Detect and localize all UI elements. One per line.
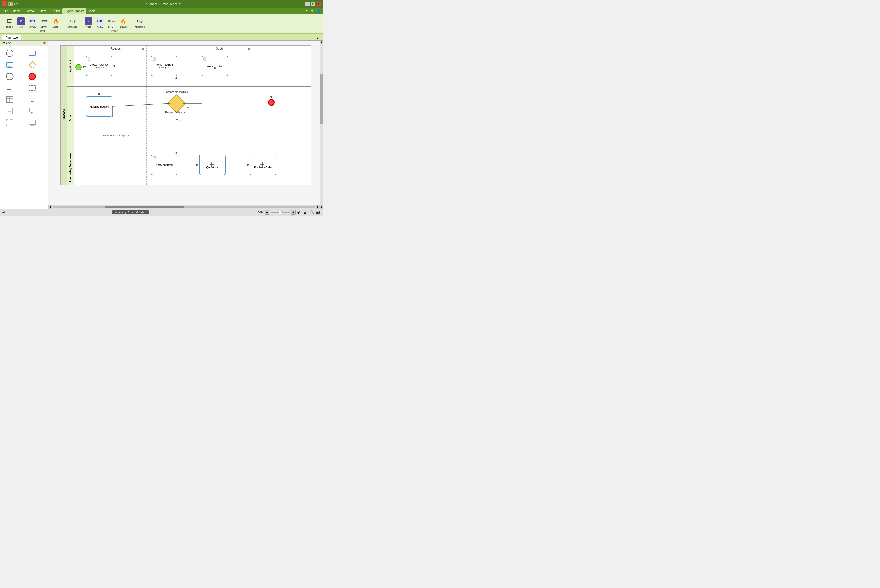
xpdl-export-btn[interactable]: XPDL XPDL [27, 16, 37, 29]
svg-rect-2 [6, 63, 13, 67]
save-btn[interactable]: 💾 [8, 2, 13, 6]
menu-file[interactable]: File [1, 9, 10, 14]
visio-export-btn[interactable]: V Visio [16, 16, 26, 29]
task-notify-approval[interactable]: 📋 Notify approval [151, 154, 177, 175]
vscroll-up[interactable]: ▲ [320, 40, 323, 44]
lane-applicant-text: Applicant [69, 60, 72, 72]
palette-end-event[interactable] [25, 72, 39, 81]
undo-btn[interactable]: ↩ [14, 2, 17, 6]
task-create-purchase[interactable]: 📋 Create Purchase Request [86, 56, 112, 76]
scroll-left-btn[interactable]: ◀ [2, 211, 4, 214]
help-chevron[interactable]: ∧ [304, 9, 309, 13]
hscroll-left[interactable]: ◀ [48, 205, 52, 209]
zoom-fit-btn[interactable]: ⊙ [297, 210, 302, 215]
toolbar-sep1 [63, 17, 63, 29]
menubar: File Home Format View Publish Export / I… [0, 8, 323, 15]
hscroll[interactable]: ◀ ▶ [48, 205, 320, 208]
bpmn-import-icon: BPMN [108, 17, 115, 25]
palette-dashed-rect[interactable] [25, 83, 39, 93]
task-quotations[interactable]: ➕ Quotations [199, 154, 226, 175]
credit-text: Image by: Bizagi Modeler [112, 210, 149, 214]
titlebar: B 💾 ↩ ↪ Purchase - Bizagi Modeler − □ × [0, 0, 323, 8]
palette-note[interactable] [2, 106, 17, 116]
grid-btn[interactable]: ⊞ [303, 210, 308, 215]
task-notify-rejection[interactable]: 📋 Notify rejection [202, 56, 228, 76]
palette-document[interactable] [25, 95, 39, 104]
task-authorize-request[interactable]: Authorize Request [86, 96, 112, 117]
zoom-thumb[interactable] [279, 211, 282, 214]
xpdl-import-icon: XPDL [96, 17, 104, 25]
settings-icon[interactable]: ⚙ [309, 9, 315, 13]
vscroll-down[interactable]: ▼ [320, 205, 323, 208]
tabbar: Purchase ∨ [0, 34, 323, 40]
bizagi-import-btn[interactable]: 🔥 Bizagi [118, 16, 128, 29]
col-request-arrow: ▶ [142, 46, 145, 51]
palette-monitor[interactable] [25, 118, 39, 128]
hscroll-track[interactable] [52, 206, 315, 208]
col-quote-arrow: ▶ [248, 46, 251, 51]
task-purchase-order[interactable]: ➕ Purchase Order [250, 154, 276, 175]
bizagi-export-icon: 🔥 [52, 17, 60, 25]
attributes-import-btn[interactable]: ⬆📊 Attributes [133, 16, 146, 29]
bpmn-import-btn[interactable]: BPMN BPMN [106, 16, 117, 29]
menu-view[interactable]: View [37, 9, 48, 14]
visio-import-icon: V [85, 17, 92, 25]
palette-table[interactable] [2, 95, 17, 104]
window-title: Purchase - Bizagi Modeler [21, 2, 305, 6]
user-icon[interactable]: 👤 [315, 9, 322, 13]
col-divider [146, 46, 147, 185]
task-quotations-icon: ➕ [209, 162, 214, 167]
palette-corner-arrow[interactable] [2, 83, 17, 93]
vscroll-thumb[interactable] [321, 74, 322, 124]
attributes-export-btn[interactable]: ⬇📊 Attributes [66, 16, 78, 29]
palette-dashed-group[interactable] [2, 118, 17, 128]
redo-btn[interactable]: ↪ [18, 2, 21, 6]
view-btn[interactable]: 📷 [316, 210, 321, 215]
quick-access: 💾 ↩ ↪ [8, 2, 21, 6]
menu-format[interactable]: Format [23, 9, 37, 14]
canvas-area[interactable]: ▲ ▼ Purchase Applicant Boss [48, 40, 323, 208]
palette-circle[interactable] [2, 48, 17, 58]
zoom-slider[interactable] [270, 212, 290, 213]
hscroll-right[interactable]: ▶ [316, 205, 320, 209]
bpmn-export-btn[interactable]: BPMN BPMN [39, 16, 49, 29]
pool-label: Purchase [60, 46, 67, 185]
palette-diamond[interactable] [25, 60, 39, 70]
svg-point-6 [29, 73, 36, 80]
zoom-in-btn[interactable]: + [291, 210, 295, 214]
minimize-btn[interactable]: − [305, 2, 310, 6]
flow-label-requires: Requires another approv [103, 134, 129, 137]
svg-point-5 [6, 73, 13, 80]
close-btn[interactable]: × [317, 2, 321, 6]
menu-tools[interactable]: Tools [86, 9, 97, 14]
menu-export-import[interactable]: Export / Import [63, 9, 86, 14]
maximize-btn[interactable]: □ [311, 2, 315, 6]
tab-purchase[interactable]: Purchase [2, 35, 21, 40]
image-btn[interactable]: 🖼 Image [4, 16, 15, 29]
visio-import-btn[interactable]: V Visio [83, 16, 93, 29]
vscroll[interactable]: ▲ ▼ [320, 40, 323, 208]
menu-publish[interactable]: Publish [48, 9, 62, 14]
hscroll-thumb[interactable] [105, 206, 184, 208]
bizagi-import-icon: 🔥 [119, 17, 127, 25]
task-notify-changes[interactable]: 📋 Notify Required Changes [151, 56, 177, 76]
palette-pin[interactable]: 📌 [42, 42, 46, 45]
start-event[interactable] [75, 64, 82, 70]
task-create-purchase-icon: 📋 [87, 57, 91, 60]
col-request-header: Request ▶ [92, 47, 140, 50]
palette-rectangle[interactable] [25, 48, 39, 58]
palette-subprocess[interactable] [2, 60, 17, 70]
tab-collapse-btn[interactable]: ∨ [314, 36, 321, 40]
palette-thick-circle[interactable] [2, 72, 17, 81]
xpdl-import-btn[interactable]: XPDL XPDL [95, 16, 105, 29]
bizagi-export-btn[interactable]: 🔥 Bizagi [51, 16, 61, 29]
attributes-export-icon: ⬇📊 [68, 17, 76, 25]
menu-home[interactable]: Home [10, 9, 23, 14]
palette-callout[interactable] [25, 106, 39, 116]
magnify-btn[interactable]: 🔍 [310, 210, 314, 215]
app-icon: B [2, 2, 7, 6]
svg-rect-16 [29, 120, 36, 124]
import-label: Import [111, 29, 118, 33]
export-label: Export [38, 29, 45, 33]
zoom-out-btn[interactable]: − [265, 210, 269, 214]
